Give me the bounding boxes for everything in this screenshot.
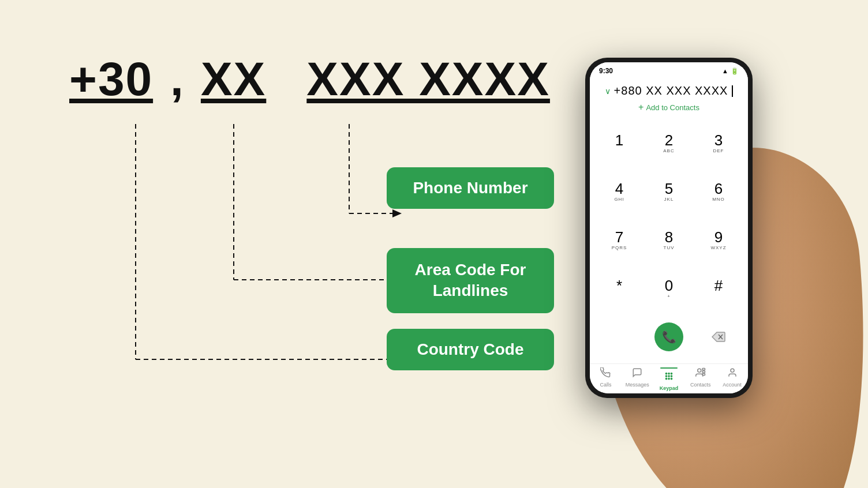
plus-icon: + xyxy=(638,102,643,112)
contacts-icon xyxy=(695,367,706,381)
status-icons: ▲ 🔋 xyxy=(722,67,739,75)
phone-wrapper: 9:30 ▲ 🔋 ∨ +880 XX XXX XXXX + Add to Con… xyxy=(568,23,868,485)
area-code-label: Area Code ForLandlines xyxy=(387,248,554,313)
area-code-label-text: Area Code ForLandlines xyxy=(415,261,526,299)
svg-rect-22 xyxy=(702,371,705,373)
nav-messages[interactable]: Messages xyxy=(622,367,653,391)
phone-number-display: +30 , XX XXX XXXX xyxy=(69,52,550,111)
keypad-row-2: 4 GHI 5 JKL 6 MNO xyxy=(594,168,743,216)
phone-device: 9:30 ▲ 🔋 ∨ +880 XX XXX XXXX + Add to Con… xyxy=(585,58,753,398)
calls-icon xyxy=(600,367,611,381)
svg-point-11 xyxy=(665,373,667,374)
keypad-icon xyxy=(664,371,674,384)
area-code-text: XX xyxy=(201,52,266,106)
active-bar xyxy=(660,367,678,369)
add-to-contacts-button[interactable]: + Add to Contacts xyxy=(590,100,748,117)
svg-point-13 xyxy=(671,373,672,374)
chevron-down-icon[interactable]: ∨ xyxy=(605,87,611,96)
dialer-number-text: +880 XX XXX XXXX xyxy=(614,84,728,97)
battery-icon: 🔋 xyxy=(731,67,739,75)
svg-marker-2 xyxy=(392,209,402,217)
key-3[interactable]: 3 DEF xyxy=(698,133,739,154)
status-time: 9:30 xyxy=(599,67,613,75)
svg-point-24 xyxy=(731,369,734,372)
separator-comma: , xyxy=(170,52,184,106)
delete-button[interactable] xyxy=(698,322,739,351)
svg-rect-23 xyxy=(702,374,705,376)
key-9[interactable]: 9 WXYZ xyxy=(698,230,739,251)
bottom-nav: Calls Messages xyxy=(590,363,748,393)
contacts-label: Contacts xyxy=(690,382,711,388)
phone-number-label: Phone Number xyxy=(387,167,554,209)
call-icon: 📞 xyxy=(654,322,683,351)
nav-calls[interactable]: Calls xyxy=(590,367,622,391)
account-icon xyxy=(727,367,738,381)
phone-number-label-text: Phone Number xyxy=(413,179,527,197)
svg-point-20 xyxy=(698,369,701,372)
key-7[interactable]: 7 PQRS xyxy=(599,230,639,251)
messages-label: Messages xyxy=(626,382,649,388)
key-star[interactable]: * xyxy=(599,278,639,299)
nav-contacts[interactable]: Contacts xyxy=(684,367,716,391)
keypad-label: Keypad xyxy=(660,385,679,391)
svg-rect-21 xyxy=(702,369,705,370)
key-6[interactable]: 6 MNO xyxy=(698,181,739,202)
status-bar: 9:30 ▲ 🔋 xyxy=(590,62,748,77)
key-0[interactable]: 0 + xyxy=(649,278,689,299)
key-2[interactable]: 2 ABC xyxy=(649,133,689,154)
key-1[interactable]: 1 xyxy=(599,133,639,154)
dialer-number-display: ∨ +880 XX XXX XXXX xyxy=(590,77,748,100)
keypad: 1 2 ABC 3 DEF 4 GHI xyxy=(590,117,748,363)
svg-point-18 xyxy=(668,378,669,379)
keypad-row-3: 7 PQRS 8 TUV 9 WXYZ xyxy=(594,216,743,265)
call-button[interactable]: 📞 xyxy=(649,322,689,351)
country-code-label-text: Country Code xyxy=(417,340,523,358)
svg-point-16 xyxy=(671,376,672,377)
diagram-area: +30 , XX XXX XXXX Phone Number Area Code… xyxy=(35,35,554,438)
key-5[interactable]: 5 JKL xyxy=(649,181,689,202)
keypad-row-4: * 0 + # xyxy=(594,264,743,313)
svg-point-14 xyxy=(665,376,667,377)
signal-icon: ▲ xyxy=(722,67,728,74)
calls-label: Calls xyxy=(600,382,611,388)
phone-screen: 9:30 ▲ 🔋 ∨ +880 XX XXX XXXX + Add to Con… xyxy=(590,62,748,393)
delete-icon xyxy=(704,322,733,351)
messages-icon xyxy=(632,367,642,381)
country-code-label: Country Code xyxy=(387,329,554,370)
country-code-text: +30 xyxy=(69,52,153,106)
keypad-row-1: 1 2 ABC 3 DEF xyxy=(594,119,743,168)
svg-point-19 xyxy=(671,378,672,379)
key-4[interactable]: 4 GHI xyxy=(599,181,639,202)
cursor xyxy=(732,85,733,97)
key-8[interactable]: 8 TUV xyxy=(649,230,689,251)
add-contact-label: Add to Contacts xyxy=(646,103,699,112)
key-hash[interactable]: # xyxy=(698,278,739,299)
nav-account[interactable]: Account xyxy=(716,367,748,391)
svg-point-12 xyxy=(668,373,669,374)
nav-keypad[interactable]: Keypad xyxy=(653,367,685,391)
svg-point-15 xyxy=(668,376,669,377)
account-label: Account xyxy=(723,382,742,388)
keypad-row-5: 📞 xyxy=(594,313,743,361)
local-number-text: XXX XXXX xyxy=(306,52,550,106)
svg-point-17 xyxy=(665,378,667,379)
